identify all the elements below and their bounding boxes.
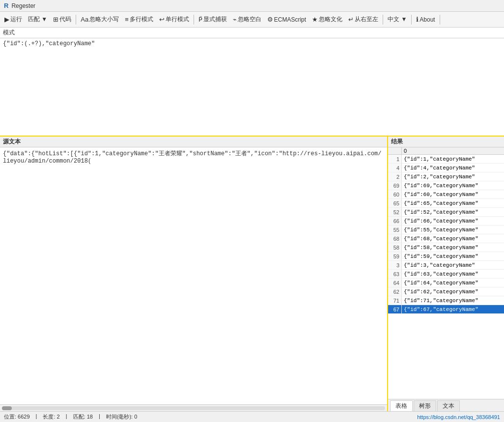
row-number: 1 <box>388 155 402 163</box>
ignore-case-icon: Aa <box>81 16 88 23</box>
source-content: {"data":{"hotList":[{"id":1,"categoryNam… <box>3 150 382 165</box>
ignore-culture-button[interactable]: ★ 忽略文化 <box>309 14 345 25</box>
source-text-area[interactable]: {"data":{"hotList":[{"id":1,"categoryNam… <box>0 147 387 404</box>
language-button[interactable]: 中文 ▼ <box>385 14 409 25</box>
results-table: 1{"id":1,"categoryName"4{"id":4,"categor… <box>388 155 504 399</box>
about-label: About <box>420 16 435 23</box>
app-icon: R <box>4 2 8 9</box>
row-number: 60 <box>388 190 402 198</box>
singleline-label: 单行模式 <box>166 15 189 24</box>
table-row[interactable]: 2{"id":2,"categoryName" <box>388 172 504 181</box>
code-label: 代码 <box>59 15 71 24</box>
row-content: {"id":52,"categoryName" <box>402 209 480 216</box>
table-row[interactable]: 65{"id":65,"categoryName" <box>388 199 504 208</box>
row-content: {"id":71,"categoryName" <box>402 297 480 304</box>
match-button[interactable]: 匹配 ▼ <box>26 14 50 25</box>
singleline-button[interactable]: ↩ 单行模式 <box>157 14 192 25</box>
tab-text[interactable]: 文本 <box>437 400 460 411</box>
rtl-icon: ↵ <box>348 16 354 23</box>
ignore-case-label: 忽略大小写 <box>89 15 119 24</box>
ignore-space-label: 忽略空白 <box>238 15 261 24</box>
about-button[interactable]: ℹ About <box>414 15 437 24</box>
row-content: {"id":59,"categoryName" <box>402 253 480 260</box>
pattern-area[interactable]: {"id":(.+?),"categoryName" <box>0 38 504 137</box>
table-row[interactable]: 59{"id":59,"categoryName" <box>388 252 504 261</box>
row-content: {"id":66,"categoryName" <box>402 218 480 225</box>
multiline-icon: ≡ <box>125 16 129 23</box>
table-row[interactable]: 71{"id":71,"categoryName" <box>388 296 504 305</box>
separator-2 <box>194 15 194 25</box>
table-row[interactable]: 60{"id":60,"categoryName" <box>388 190 504 199</box>
row-number: 71 <box>388 296 402 305</box>
table-row[interactable]: 4{"id":4,"categoryName" <box>388 164 504 172</box>
ignore-space-button[interactable]: ⌁ 忽略空白 <box>230 14 264 25</box>
status-sep-3: | <box>99 413 100 421</box>
source-header: 源文本 <box>0 137 387 147</box>
singleline-icon: ↩ <box>159 16 165 23</box>
info-icon: ℹ <box>416 16 419 23</box>
row-content: {"id":1,"categoryName" <box>402 156 477 163</box>
row-content: {"id":60,"categoryName" <box>402 191 480 198</box>
row-content: {"id":65,"categoryName" <box>402 200 480 207</box>
status-url: https://blog.csdn.net/qq_38368491 <box>417 414 500 420</box>
display-capture-button[interactable]: P̈ 显式捕获 <box>196 14 229 25</box>
horizontal-scrollbar[interactable] <box>0 404 387 411</box>
bottom-tabs: 表格树形文本 <box>388 399 504 411</box>
scroll-track <box>2 406 385 410</box>
source-pane: 源文本 {"data":{"hotList":[{"id":1,"categor… <box>0 137 388 411</box>
table-row[interactable]: 68{"id":68,"categoryName" <box>388 234 504 243</box>
row-number: 2 <box>388 172 402 181</box>
row-number: 67 <box>388 305 402 313</box>
code-icon: ⊞ <box>53 16 58 23</box>
code-button[interactable]: ⊞ 代码 <box>51 14 74 25</box>
status-bar: 位置: 6629 | 长度: 2 | 匹配: 18 | 时间(毫秒): 0 ht… <box>0 411 504 422</box>
status-left: 位置: 6629 | 长度: 2 | 匹配: 18 | 时间(毫秒): 0 <box>4 413 137 421</box>
table-row[interactable]: 58{"id":58,"categoryName" <box>388 243 504 252</box>
table-row[interactable]: 67{"id":67,"categoryName" <box>388 305 504 314</box>
row-content: {"id":68,"categoryName" <box>402 235 480 242</box>
results-col-num-header <box>388 147 402 154</box>
row-number: 63 <box>388 270 402 278</box>
language-label: 中文 ▼ <box>388 15 407 24</box>
table-row[interactable]: 1{"id":1,"categoryName" <box>388 155 504 164</box>
results-table-header: 0 <box>388 147 504 155</box>
row-content: {"id":64,"categoryName" <box>402 280 480 286</box>
row-number: 65 <box>388 199 402 207</box>
row-number: 66 <box>388 217 402 225</box>
table-row[interactable]: 66{"id":66,"categoryName" <box>388 217 504 225</box>
table-row[interactable]: 3{"id":3,"categoryName" <box>388 261 504 270</box>
status-length: 长度: 2 <box>43 413 59 421</box>
rtl-button[interactable]: ↵ 从右至左 <box>346 14 381 25</box>
run-label: 运行 <box>10 15 22 24</box>
table-row[interactable]: 52{"id":52,"categoryName" <box>388 208 504 217</box>
row-content: {"id":55,"categoryName" <box>402 226 480 233</box>
table-row[interactable]: 55{"id":55,"categoryName" <box>388 225 504 234</box>
row-number: 4 <box>388 164 402 172</box>
status-sep-2: | <box>66 413 67 421</box>
row-number: 62 <box>388 287 402 296</box>
ignore-culture-label: 忽略文化 <box>319 15 342 24</box>
table-row[interactable]: 63{"id":63,"categoryName" <box>388 270 504 279</box>
results-col-0-header: 0 <box>402 147 409 154</box>
row-content: {"id":3,"categoryName" <box>402 262 477 269</box>
multiline-button[interactable]: ≡ 多行模式 <box>122 14 156 25</box>
mode-label: 模式 <box>3 28 15 37</box>
row-number: 59 <box>388 252 402 260</box>
ecma-button[interactable]: ⚙ ECMAScript <box>265 15 308 24</box>
table-row[interactable]: 64{"id":64,"categoryName" <box>388 279 504 287</box>
separator-4 <box>411 15 412 25</box>
separator-1 <box>76 15 76 25</box>
tab-tree[interactable]: 树形 <box>414 400 436 411</box>
separator-3 <box>383 15 383 25</box>
toolbar: ▶ 运行 匹配 ▼ ⊞ 代码 Aa 忽略大小写 ≡ 多行模式 ↩ 单行模式 P̈… <box>0 12 504 28</box>
tab-table[interactable]: 表格 <box>390 400 413 411</box>
ecma-icon: ⚙ <box>267 16 273 23</box>
separator-5 <box>440 15 440 25</box>
table-row[interactable]: 62{"id":62,"categoryName" <box>388 287 504 296</box>
row-content: {"id":4,"categoryName" <box>402 165 477 171</box>
ignore-case-button[interactable]: Aa 忽略大小写 <box>78 14 121 25</box>
run-button[interactable]: ▶ 运行 <box>2 14 25 25</box>
table-row[interactable]: 69{"id":69,"categoryName" <box>388 181 504 190</box>
pattern-text: {"id":(.+?),"categoryName" <box>3 40 95 47</box>
row-number: 52 <box>388 208 402 216</box>
